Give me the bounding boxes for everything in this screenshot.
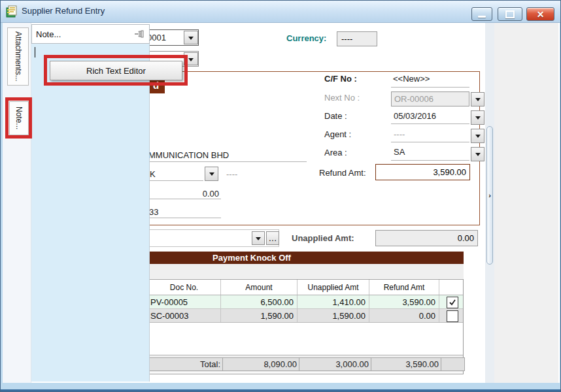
unapplied-amt-field: 0.00 <box>375 230 478 246</box>
window-title: Supplier Refund Entry <box>22 6 105 16</box>
cell-amount: 1,590.00 <box>221 309 298 322</box>
app-icon <box>5 5 19 18</box>
agent-underline <box>391 132 469 142</box>
cell-unapplied: 1,590.00 <box>298 309 369 322</box>
cell-amount: 6,500.00 <box>221 295 298 308</box>
cell-doc-no: PV-00005 <box>148 295 221 308</box>
collapse-splitter-handle[interactable]: › <box>486 126 493 265</box>
annotation-box-note-tab <box>5 97 32 139</box>
refund-amt-label: Refund Amt: <box>319 168 366 178</box>
date-label: Date : <box>324 111 347 121</box>
knockoff-doc-dropdown-button[interactable] <box>252 231 265 245</box>
collapse-arrow-icon: › <box>488 191 491 199</box>
total-stub-cell <box>441 357 465 371</box>
chevron-down-icon <box>475 153 481 159</box>
total-refund: 3,590.00 <box>371 357 443 371</box>
annotation-box-menu <box>44 55 188 86</box>
chevron-down-icon <box>475 116 481 122</box>
title-bar: Supplier Refund Entry ✕ <box>1 1 561 23</box>
chevron-down-icon <box>475 135 481 140</box>
pin-icon[interactable] <box>133 28 145 40</box>
next-no-dropdown-button[interactable] <box>471 92 484 106</box>
minimize-button[interactable] <box>471 7 492 21</box>
currency-label: Currency: <box>286 33 326 43</box>
currency-field: ---- <box>337 31 377 46</box>
refund-amt-field[interactable]: 3,590.00 <box>375 164 470 180</box>
maximize-button[interactable] <box>498 7 522 21</box>
maximize-icon <box>505 10 515 18</box>
minimize-icon <box>478 16 486 18</box>
agent-label: Agent : <box>324 129 351 139</box>
doc-no-combobox[interactable]: 0001 <box>143 29 199 46</box>
next-no-label: Next No : <box>324 93 360 103</box>
bank-extra-dashes: ---- <box>226 169 237 179</box>
chevron-down-icon <box>256 237 261 243</box>
cell-unapplied: 1,410.00 <box>298 295 369 308</box>
cell-refund: 3,590.00 <box>369 295 439 308</box>
text-caret <box>35 47 35 57</box>
note-panel-title: Note... <box>36 29 61 39</box>
close-window-button[interactable]: ✕ <box>526 7 554 21</box>
chevron-down-icon <box>188 58 194 64</box>
area-label: Area : <box>324 148 347 157</box>
doc-no-value: 0001 <box>147 33 166 42</box>
col-header-unapplied[interactable]: Unapplied Amt <box>298 280 369 295</box>
doc-no-dropdown-button[interactable] <box>184 31 198 44</box>
window-bottom-edge <box>1 389 561 392</box>
date-underline <box>391 114 469 124</box>
dock-tab-strip: Attachments... Note... <box>3 23 31 383</box>
action-button-panel: New Edit Delete Save Cancel Refresh Brow… <box>494 23 558 383</box>
chevron-down-icon <box>475 98 481 104</box>
chevron-down-icon <box>188 37 194 42</box>
check-icon <box>449 299 456 306</box>
total-amount: 8,090.00 <box>222 357 301 371</box>
bank-dropdown-button[interactable] <box>205 167 218 181</box>
col-header-doc-no[interactable]: Doc No. <box>148 280 221 295</box>
next-no-field: OR-00006 <box>391 91 469 106</box>
cf-no-underline <box>391 77 469 88</box>
supplier-refund-entry-window: Supplier Refund Entry ✕ 0001 Currency: -… <box>0 0 561 392</box>
close-icon: ✕ <box>537 10 545 19</box>
row-checkbox-checked[interactable] <box>447 297 458 308</box>
unapplied-amt-label: Unapplied Amt: <box>292 233 354 243</box>
sidebar-tab-attachments[interactable]: Attachments... <box>7 27 29 86</box>
row-checkbox-unchecked[interactable] <box>447 310 458 322</box>
chevron-down-icon <box>209 172 214 178</box>
col-header-refund[interactable]: Refund Amt <box>369 280 439 295</box>
area-underline <box>391 150 469 161</box>
area-dropdown-button[interactable] <box>471 147 484 161</box>
agent-dropdown-button[interactable] <box>471 129 484 143</box>
ellipsis-icon: … <box>269 235 277 242</box>
note-editor-area[interactable] <box>31 44 150 382</box>
col-header-amount[interactable]: Amount <box>221 280 298 295</box>
total-unapplied: 3,000.00 <box>299 357 373 371</box>
knockoff-doc-browse-button[interactable]: … <box>266 231 279 245</box>
cell-refund: 0.00 <box>369 309 439 322</box>
date-dropdown-button[interactable] <box>471 110 484 125</box>
cf-no-label: C/F No : <box>324 74 357 84</box>
cell-doc-no: SC-00003 <box>148 309 221 322</box>
note-panel-header[interactable]: Note... <box>31 24 150 44</box>
